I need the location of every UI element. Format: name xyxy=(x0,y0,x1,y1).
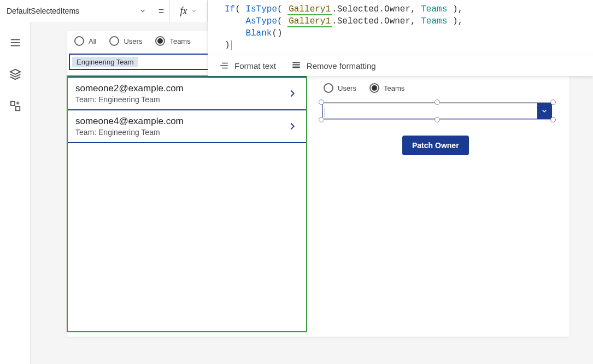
hamburger-icon[interactable] xyxy=(9,36,22,49)
format-icon xyxy=(219,61,229,71)
formula-panel: If( IsType( Gallery1.Selected.Owner, Tea… xyxy=(208,0,593,76)
radio-label: Users xyxy=(338,84,356,92)
left-rail xyxy=(0,22,31,364)
formula-token: ), xyxy=(453,16,463,26)
gallery-item-text: someone4@example.comTeam: Engineering Te… xyxy=(75,116,184,137)
formula-token: ) xyxy=(225,40,230,50)
formula-token: Blank xyxy=(245,28,272,38)
right-filter-option-teams[interactable]: Teams xyxy=(369,83,408,93)
selected-combobox-control[interactable] xyxy=(317,99,557,122)
formula-token: Gallery1 xyxy=(287,4,332,15)
radio-label: Teams xyxy=(384,84,404,92)
radio-icon xyxy=(109,36,119,46)
radio-label: Teams xyxy=(169,37,190,45)
formula-token: ( xyxy=(235,4,245,14)
resize-handle[interactable] xyxy=(550,117,556,122)
formula-token: IsType xyxy=(245,4,277,14)
app-canvas: AllUsersTeams Engineering Team someone2@… xyxy=(67,31,569,337)
patch-owner-label: Patch Owner xyxy=(412,141,459,150)
formula-token: ), xyxy=(453,4,463,14)
format-text-label: Format text xyxy=(234,61,276,71)
svg-marker-10 xyxy=(10,69,20,74)
layers-icon[interactable] xyxy=(9,68,22,81)
chevron-down-icon xyxy=(191,8,197,14)
formula-actions: Format text Remove formatting xyxy=(208,55,593,76)
fx-button[interactable]: fx xyxy=(169,0,208,22)
gallery-item[interactable]: someone2@example.comTeam: Engineering Te… xyxy=(68,77,306,110)
gallery-item-email: someone2@example.com xyxy=(75,83,184,94)
formula-token: ( xyxy=(277,16,287,26)
remove-formatting-label: Remove formatting xyxy=(307,61,376,71)
remove-format-icon xyxy=(291,61,301,71)
resize-handle[interactable] xyxy=(435,99,440,105)
resize-handle[interactable] xyxy=(435,117,440,122)
resize-handle[interactable] xyxy=(550,99,556,105)
left-filter-option-users[interactable]: Users xyxy=(109,36,145,46)
chevron-down-icon[interactable] xyxy=(537,103,551,119)
radio-icon xyxy=(324,83,333,93)
remove-formatting-button[interactable]: Remove formatting xyxy=(291,61,376,71)
formula-token: ( xyxy=(277,4,287,14)
radio-icon xyxy=(155,36,165,46)
property-name: DefaultSelectedItems xyxy=(7,7,79,15)
formula-token: .Selected.Owner, xyxy=(332,4,421,14)
gallery-item-team: Team: Engineering Team xyxy=(75,95,184,104)
formula-token: AsType xyxy=(245,16,277,26)
patch-owner-button[interactable]: Patch Owner xyxy=(402,136,469,155)
gallery-item-email: someone4@example.com xyxy=(75,116,184,127)
equals-label: = xyxy=(153,0,169,22)
formula-token: If xyxy=(225,4,235,14)
left-filter-option-all[interactable]: All xyxy=(74,36,99,46)
combo-selected-tag: Engineering Team xyxy=(72,57,138,67)
left-filter-option-teams[interactable]: Teams xyxy=(155,36,193,46)
components-icon[interactable] xyxy=(9,99,22,113)
radio-icon xyxy=(369,83,379,93)
property-select[interactable]: DefaultSelectedItems xyxy=(0,0,153,22)
formula-token: Teams xyxy=(421,4,453,14)
right-filter-option-users[interactable]: Users xyxy=(324,83,360,93)
radio-icon xyxy=(74,36,84,46)
radio-label: Users xyxy=(124,37,142,45)
formula-editor[interactable]: If( IsType( Gallery1.Selected.Owner, Tea… xyxy=(208,0,593,55)
resize-handle[interactable] xyxy=(319,117,324,122)
gallery-item-text: someone2@example.comTeam: Engineering Te… xyxy=(75,83,184,104)
owner-type-filter-right: UsersTeams xyxy=(324,83,408,93)
formula-token: Gallery1 xyxy=(287,16,332,27)
gallery-item-team: Team: Engineering Team xyxy=(75,128,184,137)
chevron-right-icon xyxy=(286,87,298,99)
formula-token: .Selected.Owner, xyxy=(332,16,421,26)
accounts-gallery: someone2@example.comTeam: Engineering Te… xyxy=(67,75,307,332)
svg-rect-11 xyxy=(10,102,14,105)
owner-type-filter-left: AllUsersTeams xyxy=(74,36,194,46)
formula-cursor xyxy=(231,40,232,50)
formula-token: () xyxy=(272,28,282,38)
chevron-down-icon xyxy=(139,7,146,15)
text-caret xyxy=(325,108,325,118)
fx-icon: fx xyxy=(180,5,187,17)
svg-rect-12 xyxy=(15,107,19,110)
radio-label: All xyxy=(89,37,96,45)
formula-token: Teams xyxy=(421,16,453,26)
gallery-item[interactable]: someone4@example.comTeam: Engineering Te… xyxy=(68,109,306,143)
format-text-button[interactable]: Format text xyxy=(219,61,276,71)
chevron-right-icon xyxy=(286,120,298,132)
resize-handle[interactable] xyxy=(319,99,324,105)
